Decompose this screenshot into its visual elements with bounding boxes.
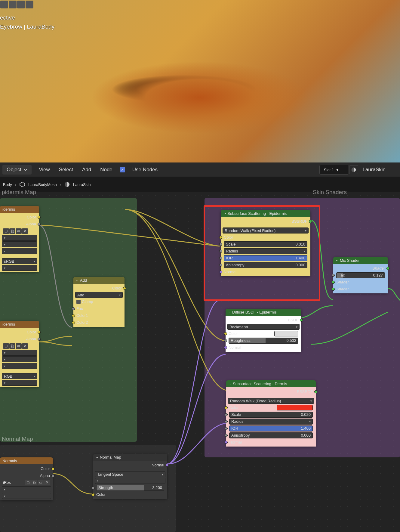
- socket-alpha-out[interactable]: [51, 474, 54, 477]
- socket-shader-out[interactable]: [386, 267, 389, 270]
- interpolation-dropdown[interactable]: [2, 241, 37, 247]
- socket-alpha-out[interactable]: [38, 338, 41, 341]
- socket-color-in[interactable]: [219, 236, 222, 239]
- socket-normal-out[interactable]: [166, 464, 169, 467]
- scale-field[interactable]: Scale0.010: [224, 241, 307, 247]
- socket-color-out[interactable]: [123, 287, 126, 290]
- socket-color-out[interactable]: [38, 216, 41, 219]
- socket-color-in[interactable]: [224, 332, 227, 335]
- socket-shader-in[interactable]: [332, 288, 335, 291]
- space-dropdown[interactable]: Tangent Space: [95, 471, 165, 477]
- clamp-checkbox[interactable]: [76, 300, 81, 304]
- socket-anisotropy-in[interactable]: [225, 434, 228, 437]
- breadcrumb-item[interactable]: LauraSkin: [73, 182, 91, 187]
- browse-image-icon[interactable]: ▢: [3, 228, 9, 234]
- sss-method-dropdown[interactable]: Random Walk (Fixed Radius): [223, 227, 309, 234]
- unlink-icon[interactable]: ✕: [44, 480, 50, 485]
- socket-ior-in[interactable]: [225, 427, 228, 430]
- breadcrumb-item[interactable]: LauraBodyMesh: [28, 182, 57, 187]
- duplicate-icon[interactable]: ⿻: [9, 343, 15, 349]
- browse-image-icon[interactable]: ▢: [25, 480, 31, 485]
- node-sss-epidermis[interactable]: Subsurface Scattering - Epidermis BSSRDF…: [221, 210, 310, 276]
- interpolation-dropdown[interactable]: [2, 493, 51, 499]
- socket-color2-in[interactable]: [72, 321, 75, 324]
- socket-color-in[interactable]: [92, 493, 95, 496]
- tool-button[interactable]: [17, 1, 25, 8]
- material-icon[interactable]: [349, 165, 358, 174]
- image-dropdown[interactable]: [2, 350, 37, 356]
- blend-mode-dropdown[interactable]: Add: [75, 292, 123, 298]
- menu-select[interactable]: Select: [57, 165, 75, 174]
- socket-bsdf-out[interactable]: [300, 319, 303, 322]
- menu-node[interactable]: Node: [98, 165, 114, 174]
- colorspace-dropdown[interactable]: sRGB: [2, 258, 37, 264]
- socket-color-in[interactable]: [225, 406, 228, 409]
- projection-dropdown[interactable]: [2, 363, 37, 369]
- editor-mode-dropdown[interactable]: Object: [2, 165, 32, 175]
- socket-bssrdf-out[interactable]: [314, 390, 317, 393]
- radius-field[interactable]: Radius: [224, 248, 307, 254]
- node-mix-shader[interactable]: Mix Shader Shader Fac0.127 Shader Shader: [333, 257, 388, 293]
- unlink-icon[interactable]: ✕: [22, 228, 28, 234]
- tool-button[interactable]: [0, 1, 8, 8]
- ior-field[interactable]: IOR1.400: [229, 425, 313, 431]
- socket-color1-in[interactable]: [72, 314, 75, 317]
- socket-scale-in[interactable]: [225, 413, 228, 416]
- menu-view[interactable]: View: [37, 165, 52, 174]
- socket-color-out[interactable]: [51, 467, 54, 470]
- interpolation-dropdown[interactable]: [2, 356, 37, 362]
- alpha-dropdown[interactable]: [2, 265, 37, 271]
- viewport-3d[interactable]: ective Eyebrow | LauraBody: [0, 0, 400, 162]
- socket-strength-in[interactable]: [92, 486, 95, 489]
- node-mixrgb-add[interactable]: Add Color Add Clamp Fac Color1 Color2: [73, 277, 125, 327]
- socket-radius-in[interactable]: [219, 250, 222, 253]
- duplicate-icon[interactable]: ⿻: [31, 480, 37, 485]
- anisotropy-field[interactable]: Anisotropy0.000: [224, 262, 307, 268]
- strength-field[interactable]: Strength3.200: [96, 485, 164, 491]
- duplicate-icon[interactable]: ⿻: [9, 228, 15, 234]
- ior-field[interactable]: IOR1.400: [224, 255, 307, 261]
- radius-field[interactable]: Radius: [229, 419, 313, 425]
- color-swatch[interactable]: [274, 331, 298, 336]
- socket-bssrdf-out[interactable]: [309, 220, 312, 223]
- breadcrumb-item[interactable]: Body: [3, 182, 12, 187]
- socket-ior-in[interactable]: [219, 257, 222, 260]
- socket-fac-in[interactable]: [72, 307, 75, 310]
- scale-field[interactable]: Scale0.020: [229, 412, 313, 418]
- image-dropdown[interactable]: [2, 486, 51, 492]
- color-swatch[interactable]: [277, 405, 313, 410]
- socket-radius-in[interactable]: [225, 420, 228, 423]
- socket-anisotropy-in[interactable]: [219, 264, 222, 267]
- material-name-field[interactable]: LauraSkin: [359, 167, 398, 173]
- node-diffuse-bsdf[interactable]: Diffuse BSDF - Epidermis BSDF Beckmann C…: [226, 309, 301, 352]
- node-normal-map[interactable]: Normal Map Normal Tangent Space • Streng…: [93, 454, 167, 499]
- node-image-texture-epidermis[interactable]: idermis Color Alpha ▢ ⿻ ▭ ✕ sRGB: [0, 206, 39, 272]
- alpha-dropdown[interactable]: [2, 380, 37, 386]
- open-icon[interactable]: ▭: [38, 480, 44, 485]
- socket-normal-in[interactable]: [219, 271, 222, 274]
- projection-dropdown[interactable]: [2, 248, 37, 254]
- socket-roughness-in[interactable]: [224, 339, 227, 342]
- roughness-field[interactable]: Roughness0.532: [229, 338, 298, 344]
- socket-normal-in[interactable]: [225, 441, 228, 444]
- browse-image-icon[interactable]: ▢: [3, 343, 9, 349]
- socket-shader-in[interactable]: [332, 281, 335, 284]
- distribution-dropdown[interactable]: Beckmann: [227, 324, 300, 330]
- socket-alpha-out[interactable]: [38, 223, 41, 226]
- socket-fac-in[interactable]: [332, 274, 335, 277]
- unlink-icon[interactable]: ✕: [22, 343, 28, 349]
- use-nodes-checkbox[interactable]: ✓: [120, 167, 125, 172]
- node-image-texture-normals[interactable]: Normals Color Alpha iRes ▢ ⿻ ▭ ✕: [0, 457, 53, 500]
- material-slot-dropdown[interactable]: Slot 1 ▾: [319, 165, 348, 175]
- uvmap-field[interactable]: •: [95, 478, 165, 484]
- image-dropdown[interactable]: [2, 235, 37, 241]
- tool-button[interactable]: [26, 1, 33, 8]
- sss-method-dropdown[interactable]: Random Walk (Fixed Radius): [228, 398, 314, 404]
- anisotropy-field[interactable]: Anisotropy0.000: [229, 432, 313, 438]
- tool-button[interactable]: [9, 1, 17, 8]
- socket-normal-in[interactable]: [224, 346, 227, 349]
- menu-add[interactable]: Add: [80, 165, 93, 174]
- node-editor-canvas[interactable]: pidermis Map Skin Shaders Normal Map ide…: [0, 192, 400, 532]
- open-icon[interactable]: ▭: [16, 343, 22, 349]
- fac-field[interactable]: Fac0.127: [336, 272, 385, 278]
